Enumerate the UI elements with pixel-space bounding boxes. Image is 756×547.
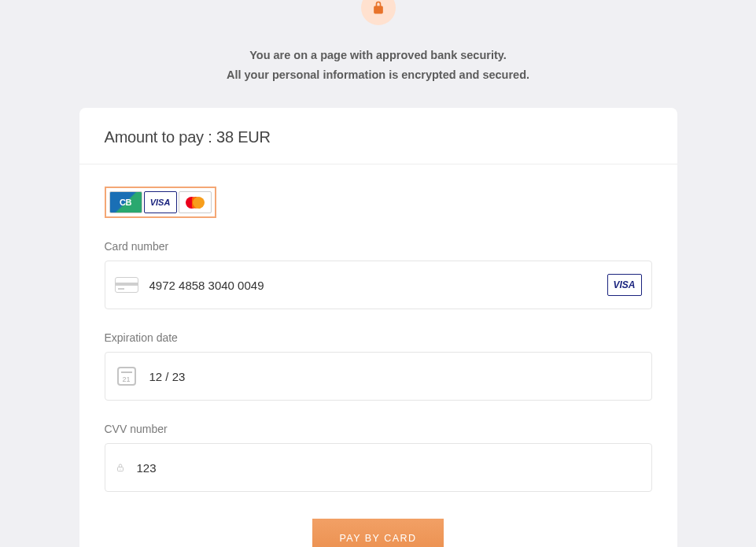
- cvv-label: CVV number: [105, 423, 652, 435]
- card-number-row: VISA: [105, 261, 652, 309]
- svg-point-1: [120, 469, 120, 470]
- expiration-date-label: Expiration date: [105, 331, 652, 344]
- security-lock-badge: [361, 0, 396, 25]
- card-number-label: Card number: [105, 240, 652, 253]
- calendar-icon: 21: [115, 368, 138, 385]
- payment-actions: PAY BY CARD Cancel: [105, 519, 652, 547]
- detected-brand-visa-icon: VISA: [607, 274, 642, 296]
- accepted-card-brands[interactable]: CB VISA: [105, 187, 216, 218]
- payment-card: Amount to pay : 38 EUR CB VISA Card numb…: [79, 108, 677, 547]
- security-line-2: All your personal information is encrypt…: [227, 65, 529, 85]
- payment-card-header: Amount to pay : 38 EUR: [79, 108, 677, 164]
- cvv-input[interactable]: [137, 461, 642, 475]
- lock-small-icon: [115, 460, 126, 475]
- expiration-date-input[interactable]: [149, 370, 642, 383]
- amount-to-pay: Amount to pay : 38 EUR: [105, 128, 652, 146]
- credit-card-icon: [115, 276, 138, 294]
- expiration-date-row: 21: [105, 352, 652, 401]
- pay-by-card-button[interactable]: PAY BY CARD: [312, 519, 443, 547]
- mastercard-icon: [179, 191, 212, 213]
- lock-icon: [371, 0, 386, 16]
- security-line-1: You are on a page with approved bank sec…: [227, 46, 529, 65]
- visa-card-icon: VISA: [144, 191, 177, 213]
- amount-label: Amount to pay :: [105, 128, 212, 146]
- payment-card-body: CB VISA Card number VISA Expiration date…: [79, 164, 677, 547]
- cvv-row: [105, 443, 652, 492]
- security-message: You are on a page with approved bank sec…: [227, 46, 529, 84]
- card-number-input[interactable]: [149, 279, 596, 292]
- cb-card-icon: CB: [109, 191, 142, 213]
- amount-value: 38 EUR: [216, 128, 271, 146]
